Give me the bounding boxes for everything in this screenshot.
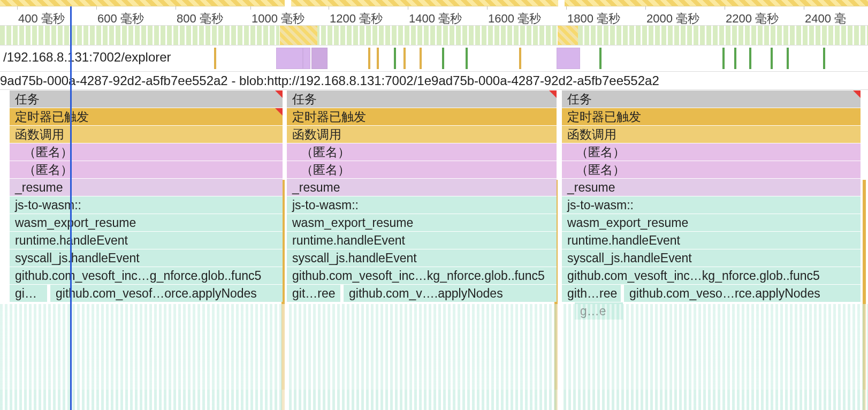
frame-syscall-handleevent[interactable]: syscall_js.handleEvent [10,249,283,267]
network-request-bar[interactable] [466,48,468,69]
frame-task[interactable]: 任务 [562,90,861,108]
network-request-bar[interactable] [311,48,328,69]
ruler-tick: 1000 毫秒 [252,11,304,27]
ruler-tick: 2200 毫秒 [726,11,779,27]
frames-warning-block [280,26,317,45]
time-ruler[interactable]: 400 毫秒 600 毫秒 800 毫秒 1000 毫秒 1200 毫秒 140… [0,6,868,26]
network-request-bar[interactable] [749,48,751,69]
network-request-bar[interactable] [557,48,580,69]
time-cursor[interactable] [70,6,72,410]
frame-anonymous[interactable]: （匿名） [562,143,861,161]
frame-anonymous[interactable]: （匿名） [287,143,557,161]
ruler-tick: 600 毫秒 [97,11,144,27]
long-task-icon [275,108,283,116]
frame-resume[interactable]: _resume [562,178,861,196]
deep-stack-noise [0,390,868,410]
long-task-icon [275,90,283,98]
ruler-tick: 1600 毫秒 [488,11,541,27]
network-request-bar[interactable] [519,48,521,69]
frames-band[interactable] [0,26,868,45]
frame-tree[interactable]: git…ree [287,284,340,302]
frame-anonymous[interactable]: （匿名） [10,143,283,161]
network-request-bar[interactable] [599,48,601,69]
frame-gfunc5[interactable]: github.com_vesoft_inc…kg_nforce.glob..fu… [562,267,861,284]
ruler-tick: 2000 毫秒 [646,11,699,27]
frame-function-call[interactable]: 函数调用 [562,125,861,143]
flame-chart[interactable]: 任务 定时器已触发 函数调用 （匿名） （匿名） _resume js-to-w… [0,90,868,410]
frame-resume[interactable]: _resume [287,178,557,196]
long-task-icon [853,90,861,98]
frame-anonymous[interactable]: （匿名） [10,161,283,178]
ruler-tick: 1200 毫秒 [330,11,383,27]
devtools-performance-flamechart[interactable]: 400 毫秒 600 毫秒 800 毫秒 1000 毫秒 1200 毫秒 140… [0,0,868,410]
frame-timer-fired[interactable]: 定时器已触发 [562,108,861,125]
frame-wasm-export-resume[interactable]: wasm_export_resume [562,214,861,231]
network-request-bar[interactable] [823,48,825,69]
network-request-bar[interactable] [771,48,773,69]
cpu-overview-strip[interactable] [0,0,868,6]
frame-anonymous[interactable]: （匿名） [562,161,861,178]
frame-gfunc5[interactable]: github.com_vesoft_inc…g_nforce.glob..fun… [10,267,283,284]
frame-applynodes[interactable]: github.com_vesof…orce.applyNodes [50,284,283,302]
network-request-bar[interactable] [377,48,379,69]
frame-anonymous[interactable]: （匿名） [287,161,557,178]
network-request-bar[interactable] [787,48,789,69]
network-request-bar[interactable] [214,48,216,69]
ruler-tick: 1400 毫秒 [409,11,462,27]
ruler-tick: 800 毫秒 [177,11,223,27]
network-request-bar[interactable] [394,48,396,69]
frame-tree[interactable]: gith…ree [562,284,621,302]
frame-resume[interactable]: _resume [10,178,283,196]
network-request-bar[interactable] [403,48,406,69]
network-request-bar[interactable] [722,48,725,69]
frame-task[interactable]: 任务 [287,90,557,108]
network-main-url: /192.168.8.131:7002/explorer [3,50,171,65]
network-request-bar[interactable] [442,48,444,69]
frame-function-call[interactable]: 函数调用 [287,125,557,143]
frame-timer-fired[interactable]: 定时器已触发 [10,108,283,125]
frame-timer-fired[interactable]: 定时器已触发 [287,108,557,125]
frame-gfunc5[interactable]: github.com_vesoft_inc…kg_nforce.glob..fu… [287,267,557,284]
frame-applynodes[interactable]: github.com_v….applyNodes [344,284,557,302]
network-request-bar[interactable] [303,48,310,69]
ruler-tick: 2400 毫 [805,11,846,27]
network-request-bar[interactable] [734,48,736,69]
frame-js-to-wasm[interactable]: js-to-wasm:: [287,196,557,214]
frames-warning-block [558,26,578,45]
frame-js-to-wasm[interactable]: js-to-wasm:: [10,196,283,214]
network-track[interactable]: /192.168.8.131:7002/explorer [0,45,868,72]
frame-runtime-handleevent[interactable]: runtime.handleEvent [287,231,557,249]
frame-task[interactable]: 任务 [10,90,283,108]
frame-tree[interactable]: gi…ee [10,284,47,302]
frame-js-to-wasm[interactable]: js-to-wasm:: [562,196,861,214]
network-request-bar[interactable] [276,48,303,69]
frame-runtime-handleevent[interactable]: runtime.handleEvent [562,231,861,249]
ruler-tick: 400 毫秒 [18,11,65,27]
frame-syscall-handleevent[interactable]: syscall_js.handleEvent [287,249,557,267]
ruler-tick: 1800 毫秒 [567,11,620,27]
frame-applynodes[interactable]: github.com_veso…rce.applyNodes [624,284,861,302]
thread-header[interactable]: 9ad75b-000a-4287-92d2-a5fb7ee552a2 - blo… [0,72,868,90]
network-request-bar[interactable] [420,48,422,69]
frame-runtime-handleevent[interactable]: runtime.handleEvent [10,231,283,249]
network-request-bar[interactable] [368,48,370,69]
frame-syscall-handleevent[interactable]: syscall_js.handleEvent [562,249,861,267]
frame-wasm-export-resume[interactable]: wasm_export_resume [287,214,557,231]
long-task-icon [549,90,557,98]
frame-wasm-export-resume[interactable]: wasm_export_resume [10,214,283,231]
frame-function-call[interactable]: 函数调用 [10,125,283,143]
